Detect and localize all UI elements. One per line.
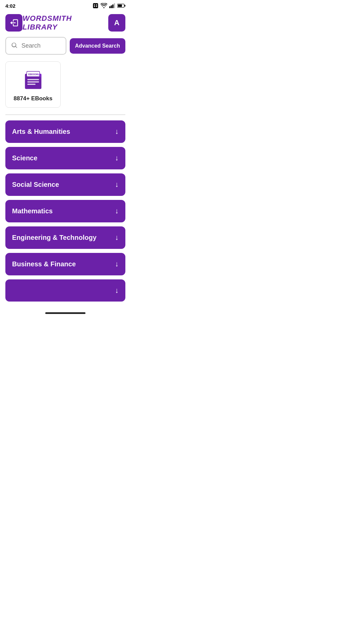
svg-rect-13 xyxy=(27,79,39,80)
svg-rect-4 xyxy=(96,6,97,7)
chevron-down-icon: ↓ xyxy=(115,207,119,215)
app-header: WORDSMITH LIBRARY A xyxy=(0,11,131,37)
svg-rect-5 xyxy=(109,6,111,8)
ebook-count: 8874+ EBooks xyxy=(14,95,53,102)
chevron-down-icon: ↓ xyxy=(115,260,119,268)
chevron-down-icon: ↓ xyxy=(115,128,119,135)
svg-rect-11 xyxy=(124,5,125,6)
sim-icon xyxy=(93,3,99,9)
category-social-science[interactable]: Social Science ↓ xyxy=(5,173,125,196)
svg-rect-1 xyxy=(94,4,95,5)
svg-rect-3 xyxy=(94,6,95,7)
chevron-down-icon: ↓ xyxy=(115,154,119,162)
search-input[interactable] xyxy=(21,42,61,49)
ebook-section: EBOOK 8874+ EBooks xyxy=(0,61,131,113)
logout-icon xyxy=(9,18,19,28)
svg-rect-10 xyxy=(118,5,122,7)
search-icon xyxy=(11,42,18,50)
category-engineering-technology[interactable]: Engineering & Technology ↓ xyxy=(5,226,125,249)
signal-icon xyxy=(109,3,115,8)
category-extra[interactable]: ↓ xyxy=(5,279,125,302)
category-science[interactable]: Science ↓ xyxy=(5,147,125,169)
category-label: Arts & Humanities xyxy=(12,128,70,136)
svg-rect-6 xyxy=(111,5,112,8)
status-bar: 4:02 xyxy=(0,0,131,11)
search-area: Advanced Search xyxy=(0,37,131,61)
ebook-icon: EBOOK xyxy=(21,68,45,92)
logout-button[interactable] xyxy=(5,14,22,32)
svg-text:EBOOK: EBOOK xyxy=(28,73,38,76)
category-label: Science xyxy=(12,154,38,162)
search-input-wrapper[interactable] xyxy=(5,37,66,55)
chevron-down-icon: ↓ xyxy=(115,181,119,188)
status-time: 4:02 xyxy=(5,3,15,9)
section-divider xyxy=(5,114,125,115)
chevron-down-icon: ↓ xyxy=(115,234,119,241)
bottom-bar xyxy=(0,308,131,317)
app-title: WORDSMITH LIBRARY xyxy=(22,14,108,32)
category-label: Mathematics xyxy=(12,207,53,215)
svg-rect-15 xyxy=(27,84,36,85)
ebook-card[interactable]: EBOOK 8874+ EBooks xyxy=(5,61,61,108)
category-list: Arts & Humanities ↓ Science ↓ Social Sci… xyxy=(0,120,131,308)
category-mathematics[interactable]: Mathematics ↓ xyxy=(5,200,125,222)
status-icons xyxy=(93,3,125,9)
battery-icon xyxy=(117,3,125,8)
svg-rect-8 xyxy=(114,3,115,8)
home-indicator xyxy=(45,312,85,314)
svg-rect-0 xyxy=(93,3,98,8)
avatar-label: A xyxy=(114,18,119,27)
category-label: Business & Finance xyxy=(12,260,76,268)
category-arts-humanities[interactable]: Arts & Humanities ↓ xyxy=(5,120,125,143)
category-business-finance[interactable]: Business & Finance ↓ xyxy=(5,253,125,275)
chevron-down-icon: ↓ xyxy=(115,287,119,294)
svg-rect-14 xyxy=(27,82,39,83)
svg-rect-7 xyxy=(112,4,114,8)
category-label: Engineering & Technology xyxy=(12,234,97,241)
advanced-search-button[interactable]: Advanced Search xyxy=(70,38,125,54)
avatar-button[interactable]: A xyxy=(108,14,125,32)
svg-rect-2 xyxy=(96,4,97,5)
category-label: Social Science xyxy=(12,181,59,189)
wifi-icon xyxy=(101,3,107,8)
